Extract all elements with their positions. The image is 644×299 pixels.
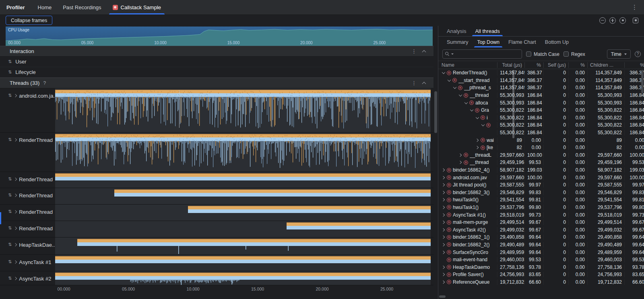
tree-row[interactable]: m55,300,822186.8400.0055,300,822186.84 — [438, 121, 644, 129]
tree-row[interactable]: mGra55,300,822186.8400.0055,300,822186.8… — [438, 106, 644, 114]
thread-track[interactable] — [55, 221, 431, 237]
scrollbar-thumb[interactable] — [434, 91, 437, 133]
tree-row[interactable]: mandroid.com.jav29,597,660100.0000.0029,… — [438, 174, 644, 181]
tree-row[interactable]: mbinder:16862_4()58,907,182199.0300.0058… — [438, 166, 644, 174]
nav-tab-past-recordings[interactable]: Past Recordings — [57, 0, 107, 14]
tree-row[interactable]: mReferenceQueue19,712,83266.6000.0019,71… — [438, 279, 644, 286]
tab-all-threads[interactable]: All threads — [471, 26, 504, 36]
tree-row[interactable]: mAsyncTask #1()29,518,01999.7300.0029,51… — [438, 211, 644, 219]
chevron-right-icon[interactable] — [442, 183, 446, 187]
chevron-right-icon[interactable] — [442, 176, 446, 180]
kebab-menu-icon[interactable]: ⋮ — [625, 0, 644, 14]
zoom-to-selection-icon[interactable] — [633, 18, 638, 23]
tree-row[interactable]: m__pthread_s114,357,849386.3700.00114,35… — [438, 84, 644, 92]
thread-label[interactable]: ⇅RenderThread — [0, 221, 55, 237]
chevron-right-icon[interactable] — [475, 138, 480, 142]
checkbox-box[interactable] — [526, 51, 531, 57]
clock-type-dropdown[interactable]: Time — [607, 49, 631, 59]
tree-row[interactable]: m__thread29,459,19699.5300.0029,459,1969… — [438, 159, 644, 166]
chevron-down-icon[interactable] — [475, 116, 480, 120]
thread-label[interactable]: ⇅RenderThread — [0, 172, 55, 188]
zoom-out-icon[interactable] — [599, 17, 606, 24]
tree-row[interactable]: mProfile Saver()24,756,99383.6500.0024,7… — [438, 271, 644, 279]
column-header-col[interactable]: % — [524, 62, 543, 68]
thread-label[interactable]: ⇅AsyncTask #1 — [0, 255, 55, 271]
chevron-right-icon[interactable] — [442, 213, 446, 217]
tree-row[interactable]: 55,300,822186.8400.0055,300,822186.84 — [438, 129, 644, 137]
thread-label[interactable]: ⇅RenderThread — [0, 188, 55, 204]
thread-row[interactable]: ⇅android.com.ja... — [0, 88, 433, 133]
thread-track[interactable] — [55, 133, 431, 172]
threads-menu-icon[interactable]: ⋮ — [408, 80, 420, 86]
chevron-right-icon[interactable] — [442, 205, 446, 209]
subtab-flame-chart[interactable]: Flame Chart — [504, 37, 541, 47]
subtab-top-down[interactable]: Top Down — [473, 37, 504, 47]
chevron-right-icon[interactable] — [475, 145, 480, 150]
thread-label[interactable]: ⇅RenderThread — [0, 133, 55, 172]
tree-row[interactable]: m__thread55,300,993186.8400.0055,300,993… — [438, 92, 644, 99]
chevron-right-icon[interactable] — [442, 272, 446, 276]
column-header-name[interactable]: Name — [438, 62, 497, 68]
tree-row[interactable]: mmali-event-hand29,460,00399.5300.0029,4… — [438, 256, 644, 264]
scrollbar-thumb[interactable] — [439, 295, 446, 298]
tree-row[interactable]: mmali-mem-purge29,499,51499.6700.0029,49… — [438, 219, 644, 226]
cpu-usage-chart[interactable]: CPU Usage 00.00005.00010.00015.00020.000… — [6, 27, 433, 46]
subtab-summary[interactable]: Summary — [442, 37, 473, 47]
nav-tab-callstack-sample[interactable]: Callstack Sample — [107, 0, 167, 14]
chevron-right-icon[interactable] — [458, 153, 463, 157]
thread-track[interactable] — [55, 205, 431, 221]
chevron-right-icon[interactable] — [442, 280, 446, 284]
tree-row[interactable]: malloca55,300,993186.8400.0055,300,99318… — [438, 99, 644, 106]
chevron-right-icon[interactable] — [442, 243, 446, 247]
column-header-children[interactable]: Children ... — [587, 62, 624, 68]
threads-scrollbar[interactable] — [433, 26, 438, 299]
threads-collapse-icon[interactable] — [422, 82, 426, 86]
thread-row[interactable]: ⇅RenderThread — [0, 221, 433, 238]
tree-row[interactable]: mRenderThread()114,357,849386.3700.00114… — [438, 69, 644, 77]
tab-analysis[interactable]: Analysis — [442, 26, 471, 36]
reset-zoom-icon[interactable] — [619, 17, 626, 24]
chevron-right-icon[interactable] — [442, 220, 446, 224]
tree-row[interactable]: mbinder:16862_3()29,546,82999.8300.0029,… — [438, 189, 644, 197]
tree-row[interactable]: mi55,300,822186.8400.0055,300,822186.84 — [438, 114, 644, 122]
thread-track[interactable] — [55, 172, 431, 188]
chevron-right-icon[interactable] — [442, 228, 446, 232]
thread-row[interactable]: ⇅HeapTaskDae... — [0, 238, 433, 255]
column-header-self-s[interactable]: Self (μs) — [543, 62, 568, 68]
tree-row[interactable]: mbinder:16862_1()29,490,85899.6400.0029,… — [438, 233, 644, 241]
tree-row[interactable]: mAsyncTask #2()29,499,03299.6700.0029,49… — [438, 226, 644, 233]
chevron-down-icon[interactable] — [470, 108, 474, 112]
chevron-down-icon[interactable] — [453, 86, 457, 90]
tree-row[interactable]: m[ke820.0000.00820.00 — [438, 144, 644, 152]
chevron-right-icon[interactable] — [442, 265, 446, 269]
help-icon[interactable]: ? — [635, 51, 641, 57]
table-scrollbar[interactable] — [641, 70, 644, 93]
thread-row[interactable]: ⇅AsyncTask #2 — [0, 271, 433, 285]
chevron-down-icon[interactable] — [442, 71, 446, 75]
tree-row[interactable]: mhwuiTask0()29,541,55499.8100.0029,541,5… — [438, 196, 644, 204]
chevron-down-icon[interactable] — [447, 78, 452, 82]
chevron-down-icon[interactable] — [481, 123, 485, 127]
chevron-right-icon[interactable] — [442, 168, 446, 172]
checkbox-box[interactable] — [564, 51, 569, 57]
regex-checkbox[interactable]: Regex — [564, 51, 585, 57]
nav-tab-home[interactable]: Home — [32, 0, 58, 14]
threads-header[interactable]: Threads (33) ? ⋮ — [0, 78, 433, 88]
chevron-right-icon[interactable] — [458, 160, 463, 164]
thread-label[interactable]: ⇅android.com.ja... — [0, 88, 55, 132]
thread-label[interactable]: ⇅RenderThread — [0, 205, 55, 221]
zoom-in-icon[interactable] — [609, 17, 616, 24]
tree-row[interactable]: mhwuiTask1()29,537,79699.8000.0029,537,7… — [438, 204, 644, 211]
thread-track[interactable] — [55, 255, 431, 271]
search-history-caret-icon[interactable] — [451, 53, 454, 55]
thread-row[interactable]: ⇅RenderThread — [0, 188, 433, 205]
chevron-right-icon[interactable] — [442, 250, 446, 254]
column-header-col[interactable]: % — [568, 62, 587, 68]
chevron-right-icon[interactable] — [442, 190, 446, 195]
threads-help-icon[interactable]: ? — [43, 80, 46, 86]
tree-row[interactable]: mJit thread pool()29,587,55599.9700.0029… — [438, 181, 644, 189]
thread-row[interactable]: ⇅AsyncTask #1 — [0, 255, 433, 271]
collapse-frames-button[interactable]: Collapse frames — [6, 16, 52, 25]
tree-row[interactable]: mSurfaceSyncGro29,489,95999.6400.0029,48… — [438, 248, 644, 256]
interaction-header[interactable]: Interaction ⋮ — [0, 46, 433, 57]
